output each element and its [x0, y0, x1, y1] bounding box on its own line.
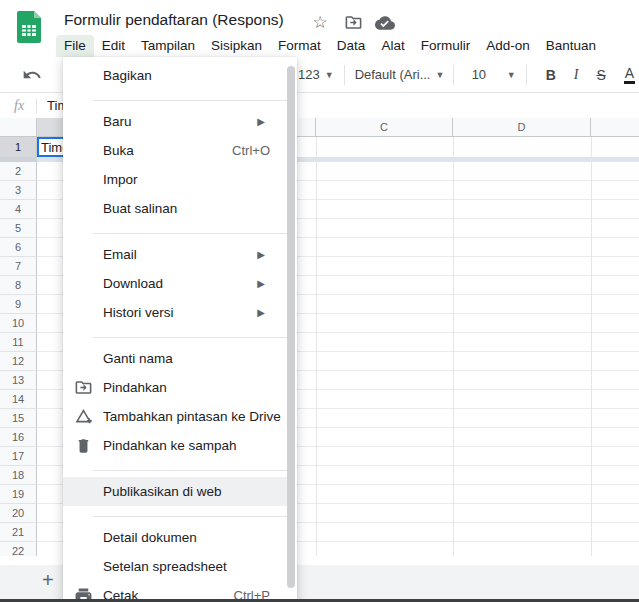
row-header-13[interactable]: 13	[0, 371, 37, 390]
menu-item-label: Baru	[103, 114, 132, 129]
strikethrough-button[interactable]: S	[596, 67, 605, 83]
menu-item-histori-versi[interactable]: Histori versi▶	[63, 298, 287, 327]
toolbar-divider	[344, 65, 345, 85]
menu-item-label: Pindahkan	[103, 380, 167, 395]
menubar-item-add-on[interactable]: Add-on	[478, 35, 538, 57]
menubar: FileEditTampilanSisipkanFormatDataAlatFo…	[56, 35, 604, 57]
menu-item-buka[interactable]: BukaCtrl+O	[63, 136, 287, 165]
menu-item-email[interactable]: Email▶	[63, 240, 287, 269]
grid-column-line	[316, 137, 317, 556]
menubar-item-file[interactable]: File	[56, 35, 94, 57]
menu-separator	[93, 516, 294, 517]
row-header-21[interactable]: 21	[0, 523, 37, 542]
chevron-down-icon: ▼	[507, 70, 516, 80]
row-header-5[interactable]: 5	[0, 219, 37, 238]
menubar-item-formulir[interactable]: Formulir	[413, 35, 479, 57]
font-family-select[interactable]: Default (Ari... ▼	[355, 67, 443, 82]
drive-add-icon	[74, 407, 93, 426]
menu-item-bagikan[interactable]: Bagikan	[63, 61, 287, 90]
frozen-row-band	[0, 157, 37, 162]
menubar-item-bantuan[interactable]: Bantuan	[538, 35, 604, 57]
menu-item-publikasikan-di-web[interactable]: Publikasikan di web	[63, 477, 287, 506]
row-header-4[interactable]: 4	[0, 200, 37, 219]
menu-separator	[93, 100, 294, 101]
menu-item-ganti-nama[interactable]: Ganti nama	[63, 344, 287, 373]
number-format-button[interactable]: 123 ▼	[298, 67, 334, 82]
menu-item-download[interactable]: Download▶	[63, 269, 287, 298]
undo-icon[interactable]	[22, 65, 42, 85]
row-header-6[interactable]: 6	[0, 238, 37, 257]
row-header-17[interactable]: 17	[0, 447, 37, 466]
star-icon[interactable]: ☆	[310, 13, 330, 33]
menu-item-impor[interactable]: Impor	[63, 165, 287, 194]
submenu-arrow-icon: ▶	[257, 249, 277, 260]
trash-icon	[74, 436, 93, 455]
toolbar-divider	[453, 65, 454, 85]
menu-item-label: Tambahkan pintasan ke Drive	[103, 409, 281, 424]
row-header-18[interactable]: 18	[0, 466, 37, 485]
menu-item-buat-salinan[interactable]: Buat salinan	[63, 194, 287, 223]
font-size-select[interactable]: 10 ▼	[464, 67, 516, 82]
menu-item-tambahkan-pintasan-ke-drive[interactable]: Tambahkan pintasan ke Drive	[63, 402, 287, 431]
submenu-arrow-icon: ▶	[257, 278, 277, 289]
menubar-item-format[interactable]: Format	[270, 35, 329, 57]
menubar-item-data[interactable]: Data	[329, 35, 374, 57]
row-header-2[interactable]: 2	[0, 162, 37, 181]
chevron-down-icon: ▼	[435, 70, 444, 80]
row-header-8[interactable]: 8	[0, 276, 37, 295]
menu-item-detail-dokumen[interactable]: Detail dokumen	[63, 523, 287, 552]
menu-item-pindahkan-ke-sampah[interactable]: Pindahkan ke sampah	[63, 431, 287, 460]
row-header-1[interactable]: 1	[0, 137, 37, 157]
menu-item-pindahkan[interactable]: Pindahkan	[63, 373, 287, 402]
add-sheet-button[interactable]: +	[42, 569, 54, 592]
italic-button[interactable]: I	[574, 67, 579, 83]
move-folder-icon[interactable]	[343, 13, 363, 33]
menubar-item-sisipkan[interactable]: Sisipkan	[203, 35, 270, 57]
menu-item-label: Buka	[103, 143, 134, 158]
menu-item-shortcut: Ctrl+O	[232, 143, 277, 158]
menu-item-label: Buat salinan	[103, 201, 177, 216]
row-header-15[interactable]: 15	[0, 409, 37, 428]
menu-item-label: Setelan spreadsheet	[103, 559, 227, 574]
column-header-d[interactable]: D	[453, 118, 591, 137]
google-sheets-window: Formulir pendaftaran (Respons) ☆ FileEdi…	[0, 0, 639, 602]
font-size-value: 10	[472, 67, 486, 82]
file-menu: BagikanBaru▶BukaCtrl+OImporBuat salinanE…	[63, 57, 297, 602]
row-header-12[interactable]: 12	[0, 352, 37, 371]
column-header-c[interactable]: C	[316, 118, 453, 137]
menubar-item-edit[interactable]: Edit	[94, 35, 133, 57]
menu-item-setelan-spreadsheet[interactable]: Setelan spreadsheet	[63, 552, 287, 581]
row-header-14[interactable]: 14	[0, 390, 37, 409]
document-title[interactable]: Formulir pendaftaran (Respons)	[64, 11, 284, 29]
font-family-value: Default (Ari...	[355, 67, 431, 82]
select-all-corner[interactable]	[0, 118, 37, 137]
row-header-3[interactable]: 3	[0, 181, 37, 200]
row-header-19[interactable]: 19	[0, 485, 37, 504]
row-header-7[interactable]: 7	[0, 257, 37, 276]
menu-item-baru[interactable]: Baru▶	[63, 107, 287, 136]
toolbar-divider	[526, 65, 527, 85]
submenu-arrow-icon: ▶	[257, 307, 277, 318]
row-header-10[interactable]: 10	[0, 314, 37, 333]
row-header-9[interactable]: 9	[0, 295, 37, 314]
move-folder-icon	[74, 378, 93, 397]
formula-bar-divider	[36, 99, 37, 113]
menubar-item-tampilan[interactable]: Tampilan	[133, 35, 203, 57]
menu-item-label: Email	[103, 247, 137, 262]
menu-item-label: Bagikan	[103, 68, 152, 83]
menu-separator	[93, 337, 294, 338]
menu-item-label: Histori versi	[103, 305, 174, 320]
row-header-11[interactable]: 11	[0, 333, 37, 352]
bold-button[interactable]: B	[546, 67, 556, 83]
menu-item-label: Pindahkan ke sampah	[103, 438, 237, 453]
row-header-22[interactable]: 22	[0, 542, 37, 556]
menubar-item-alat[interactable]: Alat	[373, 35, 412, 57]
column-header-e[interactable]: E	[591, 118, 639, 137]
row-header-16[interactable]: 16	[0, 428, 37, 447]
fx-label: fx	[14, 98, 24, 114]
text-color-button[interactable]: A	[624, 66, 635, 84]
sheets-icon[interactable]	[17, 11, 41, 43]
row-header-20[interactable]: 20	[0, 504, 37, 523]
cloud-check-icon[interactable]	[375, 13, 395, 33]
menu-scrollbar[interactable]	[287, 66, 295, 588]
